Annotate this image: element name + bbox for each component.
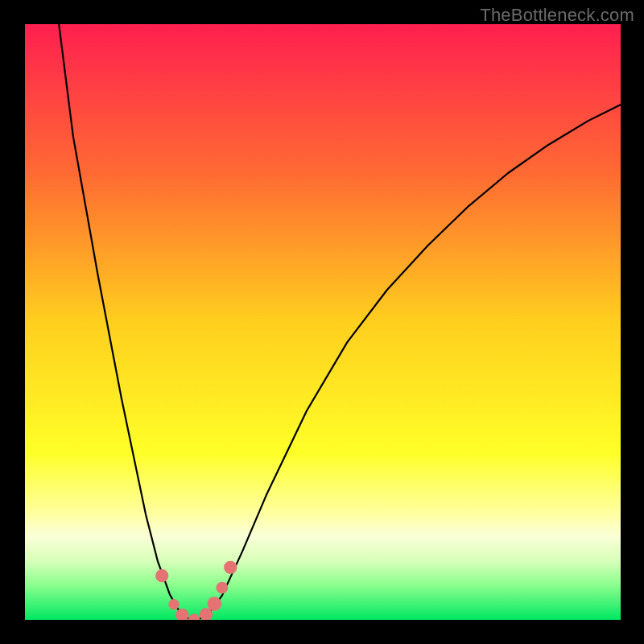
watermark-text: TheBottleneck.com	[480, 5, 634, 26]
curve-marker	[155, 569, 168, 582]
curve-marker	[224, 561, 237, 574]
chart-frame: TheBottleneck.com	[0, 0, 644, 644]
curve-marker	[217, 582, 229, 594]
curve-marker	[175, 609, 188, 620]
curve-layer	[25, 24, 621, 620]
plot-area	[25, 24, 621, 620]
curve-marker	[207, 597, 221, 611]
curve-marker	[168, 599, 179, 609]
curve-marker	[188, 614, 200, 620]
bottleneck-curve	[59, 24, 621, 620]
